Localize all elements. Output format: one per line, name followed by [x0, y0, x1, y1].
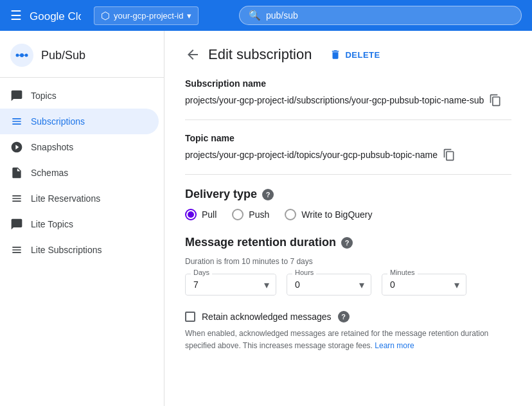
- days-select[interactable]: 7 0 1 2 3 4 5 6: [186, 274, 276, 295]
- minutes-wrapper: Minutes 0 5 10 ▾: [382, 274, 466, 296]
- svg-text:Google Cloud: Google Cloud: [30, 10, 81, 22]
- subscriptions-icon: [10, 115, 23, 128]
- radio-bigquery-label: Write to BigQuery: [301, 209, 372, 220]
- retain-ack-section: Retain acknowledged messages ? When enab…: [185, 311, 511, 352]
- topic-name-value: projects/your-gcp-project-id/topics/your…: [185, 150, 438, 160]
- project-chevron-icon: ▾: [187, 11, 191, 21]
- delivery-type-section: Delivery type ? Pull Push Write to BigQu…: [185, 188, 511, 220]
- radio-push-circle[interactable]: [232, 209, 244, 220]
- sidebar-header: Pub/Sub: [0, 36, 164, 78]
- message-retention-label: Message retention duration: [185, 236, 336, 249]
- search-bar[interactable]: 🔍: [239, 6, 522, 25]
- top-nav: ☰ Google Cloud ⬡ your-gcp-project-id ▾ 🔍: [0, 0, 532, 31]
- topic-name-row: projects/your-gcp-project-id/topics/your…: [185, 148, 511, 161]
- delivery-type-help-icon[interactable]: ?: [262, 189, 274, 200]
- page-header: Edit subscription DELETE: [185, 46, 511, 63]
- sidebar-item-lite-topics-label: Lite Topics: [31, 219, 73, 229]
- subscription-name-row: projects/your-gcp-project-id/subscriptio…: [185, 94, 511, 107]
- app-body: Pub/Sub Topics Subscriptions Snapshots S: [0, 31, 532, 406]
- project-selector[interactable]: ⬡ your-gcp-project-id ▾: [94, 6, 199, 25]
- project-node-icon: ⬡: [101, 10, 110, 22]
- page-title: Edit subscription: [208, 46, 312, 63]
- app-icon: [10, 44, 33, 67]
- svg-point-1: [20, 53, 24, 57]
- learn-more-link[interactable]: Learn more: [375, 341, 414, 350]
- subscription-name-value: projects/your-gcp-project-id/subscriptio…: [185, 95, 484, 105]
- main-content: Edit subscription DELETE Subscription na…: [164, 31, 532, 406]
- sidebar-item-lite-reservations-label: Lite Reservations: [31, 193, 100, 204]
- retain-ack-row: Retain acknowledged messages ?: [185, 311, 511, 322]
- radio-bigquery-circle[interactable]: [285, 209, 296, 220]
- hours-wrapper: Hours 0 1 2 ▾: [287, 274, 371, 296]
- radio-pull-label: Pull: [202, 209, 217, 220]
- sidebar-item-lite-reservations[interactable]: Lite Reservations: [0, 186, 159, 211]
- copy-subscription-icon[interactable]: [489, 94, 502, 107]
- subscription-name-label: Subscription name: [185, 78, 511, 89]
- retain-ack-label: Retain acknowledged messages: [202, 312, 332, 322]
- radio-option-pull[interactable]: Pull: [185, 209, 217, 220]
- sidebar-item-topics-label: Topics: [31, 91, 57, 101]
- sidebar-item-snapshots-label: Snapshots: [31, 142, 73, 152]
- svg-point-2: [16, 54, 19, 57]
- sidebar-item-lite-topics[interactable]: Lite Topics: [0, 211, 159, 237]
- sidebar-title: Pub/Sub: [41, 49, 85, 62]
- topics-icon: [10, 89, 23, 102]
- topic-name-section: Topic name projects/your-gcp-project-id/…: [185, 133, 511, 161]
- radio-push-label: Push: [249, 209, 269, 220]
- message-retention-help-icon[interactable]: ?: [341, 237, 353, 249]
- radio-option-bigquery[interactable]: Write to BigQuery: [285, 209, 372, 220]
- project-id-label: your-gcp-project-id: [114, 11, 183, 21]
- minutes-select[interactable]: 0 5 10: [382, 274, 466, 295]
- copy-topic-icon[interactable]: [443, 148, 456, 161]
- days-wrapper: Days 7 0 1 2 3 4 5 6 ▾: [185, 274, 276, 296]
- minutes-float-label: Minutes: [387, 269, 418, 276]
- sidebar-item-lite-subscriptions[interactable]: Lite Subscriptions: [0, 237, 159, 263]
- retain-ack-help-icon[interactable]: ?: [338, 311, 350, 322]
- snapshots-icon: [10, 141, 23, 154]
- lite-subscriptions-icon: [10, 243, 23, 256]
- hours-float-label: Hours: [292, 269, 316, 276]
- message-retention-header: Message retention duration ?: [185, 236, 511, 249]
- divider-2: [185, 174, 511, 175]
- svg-point-3: [25, 54, 28, 57]
- schemas-icon: [10, 166, 23, 179]
- delete-button[interactable]: DELETE: [330, 49, 380, 60]
- topic-name-label: Topic name: [185, 133, 511, 143]
- delivery-type-radio-group: Pull Push Write to BigQuery: [185, 209, 511, 220]
- dropdowns-row: Days 7 0 1 2 3 4 5 6 ▾: [185, 274, 511, 296]
- lite-reservations-icon: [10, 192, 23, 205]
- divider-1: [185, 119, 511, 120]
- search-icon: 🔍: [249, 10, 261, 21]
- minutes-dropdown-group: Minutes 0 5 10 ▾: [382, 274, 466, 296]
- sidebar-item-topics[interactable]: Topics: [0, 83, 159, 109]
- lite-topics-icon: [10, 218, 23, 231]
- hours-dropdown-group: Hours 0 1 2 ▾: [287, 274, 371, 296]
- delivery-type-header: Delivery type ?: [185, 188, 511, 201]
- sidebar-item-schemas-label: Schemas: [31, 168, 68, 178]
- back-button[interactable]: [185, 47, 200, 62]
- sidebar-item-schemas[interactable]: Schemas: [0, 160, 159, 186]
- retain-ack-checkbox[interactable]: [185, 312, 195, 322]
- delete-label: DELETE: [345, 50, 380, 60]
- hamburger-menu[interactable]: ☰: [10, 8, 22, 23]
- search-input[interactable]: [266, 10, 512, 21]
- days-float-label: Days: [191, 269, 212, 276]
- radio-pull-circle[interactable]: [185, 209, 197, 220]
- hours-select[interactable]: 0 1 2: [287, 274, 371, 295]
- sidebar-item-subscriptions[interactable]: Subscriptions: [0, 109, 159, 134]
- days-dropdown-group: Days 7 0 1 2 3 4 5 6 ▾: [185, 274, 276, 296]
- radio-option-push[interactable]: Push: [232, 209, 269, 220]
- sidebar: Pub/Sub Topics Subscriptions Snapshots S: [0, 31, 164, 406]
- sidebar-item-subscriptions-label: Subscriptions: [31, 116, 85, 127]
- sidebar-item-lite-subscriptions-label: Lite Subscriptions: [31, 245, 102, 255]
- delivery-type-label: Delivery type: [185, 188, 257, 201]
- sidebar-item-snapshots[interactable]: Snapshots: [0, 134, 159, 160]
- duration-hint: Duration is from 10 minutes to 7 days: [185, 257, 511, 266]
- message-retention-section: Message retention duration ? Duration is…: [185, 236, 511, 296]
- subscription-name-section: Subscription name projects/your-gcp-proj…: [185, 78, 511, 107]
- retention-note: When enabled, acknowledged messages are …: [185, 328, 511, 352]
- logo: Google Cloud: [30, 7, 81, 24]
